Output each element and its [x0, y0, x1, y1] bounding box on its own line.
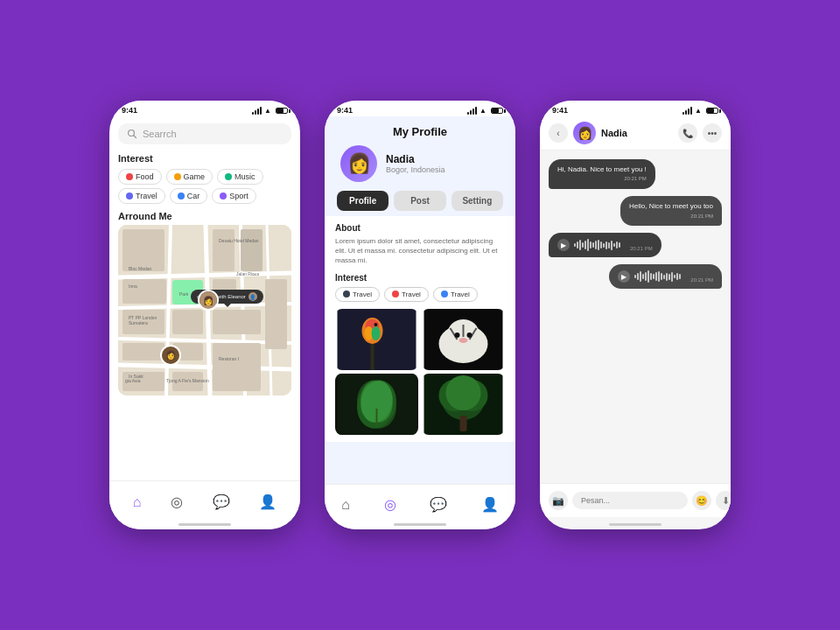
tab-setting[interactable]: Setting	[452, 191, 503, 211]
voice-bubble-1: ▶ 20:21 PM	[549, 233, 662, 257]
about-title: About	[335, 223, 505, 233]
nav-home-mid[interactable]: ⌂	[341, 497, 350, 513]
photo-tiger	[422, 309, 505, 370]
svg-point-53	[459, 338, 468, 343]
tag-sport-label: Sport	[229, 192, 248, 200]
nav-profile-mid[interactable]: 👤	[481, 496, 499, 513]
nav-chat-mid[interactable]: 💬	[430, 496, 447, 513]
tag-game[interactable]: Game	[166, 169, 214, 185]
nav-profile[interactable]: 👤	[259, 494, 276, 510]
status-icons-mid: ▲	[467, 107, 503, 115]
int-label-3: Travel	[451, 290, 470, 298]
signal-icon-mid	[467, 107, 477, 115]
signal-icon-right	[682, 107, 692, 115]
tab-post[interactable]: Post	[394, 191, 445, 211]
play-button-2[interactable]: ▶	[618, 270, 630, 283]
profile-avatar-mid: 👩	[340, 145, 377, 182]
chat-icon: 💬	[213, 494, 230, 510]
bubble-2-text: Hello, Nice to meet you too	[629, 202, 713, 210]
play-button-1[interactable]: ▶	[557, 239, 570, 251]
message-input[interactable]	[572, 492, 688, 509]
right-phone: 9:41 ▲ ‹ 👩 Nadia 📞 ••• Hi, Nadia.	[540, 101, 731, 529]
food-dot	[126, 173, 133, 180]
int-dot-2	[392, 290, 399, 298]
message-1: Hi, Nadia. Nice to meet you ! 20:21 PM	[549, 159, 722, 189]
chat-body: Hi, Nadia. Nice to meet you ! 20:21 PM H…	[540, 150, 731, 466]
battery-icon	[276, 108, 288, 114]
int-tag-2[interactable]: Travel	[384, 287, 429, 302]
call-button[interactable]: 📞	[678, 123, 697, 143]
photo-grid	[335, 309, 505, 435]
svg-rect-25	[213, 343, 261, 391]
more-options-button[interactable]: •••	[703, 123, 722, 143]
photo-plant-svg	[335, 374, 418, 435]
emoji-button[interactable]: 😊	[692, 491, 711, 510]
status-time-right: 9:41	[552, 106, 568, 115]
svg-rect-16	[213, 229, 234, 271]
battery-icon-right	[706, 108, 718, 114]
profile-icon: 👤	[259, 494, 276, 510]
signal-icon	[252, 107, 262, 115]
mic-button[interactable]: ⬇	[716, 491, 731, 510]
svg-point-64	[446, 375, 481, 410]
bubble-1-time: 20:21 PM	[557, 176, 647, 183]
mid-header: My Profile 👩 Nadia Bogor, Indonesia Prof…	[325, 116, 515, 216]
chat-input-bar: 📷 😊 ⬇ ➤	[540, 483, 731, 517]
status-time-mid: 9:41	[337, 106, 353, 115]
int-tag-3[interactable]: Travel	[433, 287, 478, 302]
svg-text:Tjong A Fie's Mansion: Tjong A Fie's Mansion	[166, 378, 209, 383]
svg-rect-19	[172, 310, 203, 334]
voice-2-time: 20:21 PM	[690, 277, 713, 283]
about-text: Lorem ipsum dolor sit amet, consectetur …	[335, 236, 505, 266]
tag-travel-label: Travel	[136, 192, 158, 200]
photo-tree-svg	[422, 374, 505, 435]
search-area: Searrch	[109, 116, 300, 150]
camera-button[interactable]: 📷	[549, 491, 568, 510]
status-icons-left: ▲	[252, 107, 288, 115]
compass-icon: ◎	[171, 494, 183, 510]
svg-text:Jalan Riaus: Jalan Riaus	[236, 271, 260, 276]
int-dot-3	[441, 290, 448, 298]
mid-phone: 9:41 ▲ My Profile 👩 Nadia Bogor, Indones…	[325, 101, 515, 529]
tag-car[interactable]: Car	[170, 188, 208, 204]
home-icon: ⌂	[133, 494, 142, 510]
tag-travel[interactable]: Travel	[118, 188, 165, 204]
tag-sport[interactable]: Sport	[212, 188, 256, 204]
profile-page-title: My Profile	[337, 125, 503, 138]
int-label-2: Travel	[402, 290, 421, 298]
tag-music[interactable]: Music	[217, 169, 263, 185]
tag-car-label: Car	[187, 192, 200, 200]
tags-row-2: Travel Car Sport	[109, 186, 300, 206]
svg-rect-21	[122, 343, 164, 360]
battery-icon-mid	[491, 108, 503, 114]
left-phone: 9:41 ▲ Searrch Interest Food	[109, 101, 300, 529]
status-bar-mid: 9:41 ▲	[325, 101, 515, 116]
message-4: ▶ 20:21 PM	[549, 264, 722, 289]
waveform-2	[634, 270, 686, 283]
nav-home[interactable]: ⌂	[133, 494, 142, 510]
waveform-1	[574, 239, 626, 251]
tab-profile[interactable]: Profile	[337, 191, 388, 211]
compass-icon-mid: ◎	[384, 496, 396, 513]
nav-compass[interactable]: ◎	[171, 494, 183, 510]
svg-point-51	[455, 332, 460, 338]
svg-text:Restoran I: Restoran I	[219, 356, 239, 361]
svg-rect-26	[265, 279, 287, 349]
voice-bubble-2: ▶ 20:21 PM	[609, 264, 722, 289]
nav-chat[interactable]: 💬	[213, 494, 230, 510]
status-time-left: 9:41	[122, 106, 137, 115]
tag-food[interactable]: Food	[118, 169, 162, 185]
nav-compass-mid[interactable]: ◎	[384, 496, 396, 513]
profile-row: 👩 Nadia Bogor, Indonesia	[337, 145, 503, 182]
int-tag-1[interactable]: Travel	[335, 287, 380, 302]
wifi-icon-mid: ▲	[480, 107, 486, 115]
message-2: Hello, Nice to meet you too 20:21 PM	[549, 196, 722, 226]
avatar-pin-user: 👩	[160, 345, 181, 366]
home-bar	[178, 523, 231, 526]
svg-text:Sumatera: Sumatera	[129, 320, 148, 326]
svg-line-1	[134, 136, 136, 138]
back-button[interactable]: ‹	[549, 123, 568, 143]
search-box[interactable]: Searrch	[118, 123, 291, 144]
search-placeholder: Searrch	[143, 129, 177, 139]
photo-plant	[335, 374, 418, 435]
